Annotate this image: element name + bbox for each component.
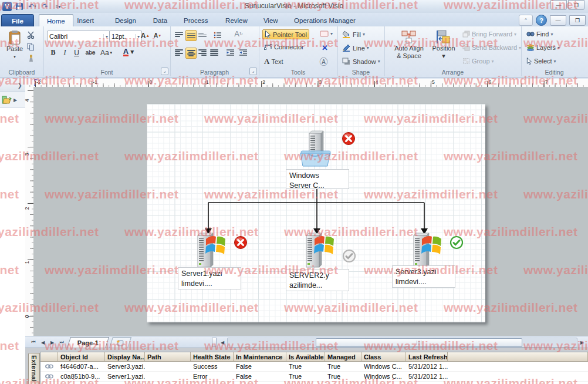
align-top-button[interactable] (174, 30, 184, 40)
table-cell[interactable]: f4646d07-a... (58, 363, 105, 370)
tab-operations-manager[interactable]: Operations Manager (286, 14, 363, 26)
font-color-button[interactable]: A ▾ (120, 46, 137, 56)
column-header-in-maintenance[interactable]: In Maintenance (234, 352, 286, 361)
copy-button[interactable] (26, 42, 36, 52)
decrease-indent-button[interactable] (225, 48, 235, 58)
table-cell[interactable]: Windows C... (361, 363, 406, 370)
last-page-button[interactable]: ⏭ (57, 338, 66, 347)
change-case-button[interactable]: Aa▾ (99, 48, 114, 58)
tab-insert[interactable]: Insert (69, 14, 102, 26)
prev-page-button[interactable]: ◀ (38, 338, 48, 347)
increase-indent-button[interactable] (238, 48, 248, 58)
format-painter-button[interactable] (26, 53, 36, 63)
select-button[interactable]: Select▾ (525, 57, 558, 65)
italic-button[interactable]: I (60, 48, 70, 58)
connection-point-tool-button[interactable]: ✕ (320, 43, 330, 53)
column-header-path[interactable]: Path (145, 352, 191, 361)
find-button[interactable]: Find▾ (525, 30, 555, 38)
text-direction-button[interactable]: A↻ (234, 29, 244, 39)
text-block-tool-button[interactable]: Ⓐ (319, 56, 329, 66)
table-cell[interactable]: Server3.yazi... (105, 363, 145, 370)
server2-label[interactable]: SERVER2.y azilimde... (286, 269, 349, 291)
minimize-button[interactable]: — (550, 0, 567, 10)
strikethrough-button[interactable]: abe (83, 48, 97, 58)
pane-splitter-handle[interactable] (212, 338, 217, 347)
rectangle-tool-button[interactable]: ▾ (318, 30, 334, 38)
font-size-combo[interactable]: 12pt.▾ (109, 31, 142, 42)
tab-view[interactable]: View (256, 14, 286, 26)
tab-data[interactable]: Data (146, 14, 175, 26)
scroll-right-button[interactable]: ▶ (577, 338, 587, 347)
scroll-left-button[interactable]: ◀ (218, 338, 227, 347)
bullets-button[interactable] (212, 30, 222, 40)
column-header-last-refresh[interactable]: Last Refresh (406, 352, 448, 361)
line-button[interactable]: Line▾ (340, 43, 371, 52)
hscroll-track[interactable] (227, 338, 577, 348)
next-page-button[interactable]: ▶ (48, 338, 57, 347)
shadow-button[interactable]: Shadow▾ (340, 57, 382, 66)
table-cell[interactable]: False (234, 373, 286, 380)
table-cell[interactable]: True (286, 373, 325, 380)
table-cell[interactable]: Error (191, 373, 234, 380)
root-node-label[interactable]: Windows Server C... (286, 169, 349, 189)
font-name-combo[interactable]: Calibri▾ (47, 31, 110, 42)
font-dialog-launcher[interactable]: ⌟ (161, 68, 168, 75)
align-bottom-button[interactable] (197, 30, 207, 40)
table-cell[interactable]: True (325, 373, 361, 380)
table-row[interactable]: c0a851b0-9...Server1.yazi...ErrorFalseTr… (40, 372, 588, 382)
root-server-shape[interactable] (296, 129, 334, 169)
doc-minimize-button[interactable]: — (550, 15, 566, 26)
paste-button[interactable]: Paste▾ (3, 29, 26, 62)
table-cell[interactable]: 5/31/2012 1... (406, 373, 448, 380)
table-cell[interactable]: Success (191, 363, 234, 370)
server2-shape[interactable] (298, 232, 336, 272)
server3-label[interactable]: Server3.yazi limdevi.... (392, 265, 455, 288)
expand-shapes-button[interactable]: ❯ (0, 79, 25, 92)
cut-button[interactable] (26, 30, 36, 40)
table-cell[interactable]: True (325, 363, 361, 370)
table-row[interactable]: f4646d07-a...Server3.yazi...SuccessFalse… (40, 362, 588, 372)
tab-home[interactable]: Home (39, 14, 73, 27)
restore-button[interactable]: ❐ (568, 0, 584, 10)
first-page-button[interactable]: ⏮ (29, 338, 38, 347)
align-middle-button[interactable] (185, 30, 197, 41)
position-button[interactable]: Position ▾ (427, 28, 461, 61)
help-button[interactable]: ? (536, 15, 547, 26)
shrink-font-button[interactable]: A▼ (153, 31, 163, 41)
server1-label[interactable]: Server1.yazi limdevi.... (178, 267, 241, 289)
tab-file[interactable]: File (1, 14, 34, 28)
auto-align-space-button[interactable]: Auto Align & Space (389, 28, 429, 61)
column-header-is-available[interactable]: Is Available (286, 352, 325, 361)
minimize-ribbon-button[interactable]: ⌃ (519, 15, 533, 26)
server1-shape[interactable] (190, 232, 227, 272)
hscroll-thumb[interactable] (316, 338, 522, 347)
table-cell[interactable]: 5/31/2012 1... (406, 363, 448, 370)
table-cell[interactable]: Windows C... (361, 373, 406, 380)
justify-button[interactable] (209, 48, 219, 58)
column-header-managed[interactable]: Managed (325, 352, 361, 361)
bold-button[interactable]: B (48, 48, 58, 58)
tab-review[interactable]: Review (218, 14, 255, 26)
horizontal-ruler[interactable]: -2-101234567 (25, 79, 588, 87)
table-cell[interactable]: Server1.yazi... (105, 373, 145, 380)
bring-forward-button[interactable]: Bring Forward▾ (461, 30, 518, 38)
grow-font-button[interactable]: A▲ (140, 31, 150, 41)
drawing-page[interactable]: Windows Server C... Server1.yazi limdevi… (147, 104, 485, 322)
table-cell[interactable]: True (286, 363, 325, 370)
column-header-object-id[interactable]: Object Id (58, 352, 105, 361)
doc-restore-button[interactable]: ❐ (569, 15, 586, 26)
align-left-button[interactable] (174, 48, 184, 58)
drawing-canvas[interactable]: Windows Server C... Server1.yazi limdevi… (33, 87, 588, 336)
align-center-button[interactable] (185, 48, 197, 59)
table-cell[interactable]: c0a851b0-9... (58, 373, 105, 380)
page-tab[interactable]: Page-1 (67, 337, 109, 348)
external-data-tab[interactable]: External (28, 353, 40, 384)
column-header-display-na-[interactable]: Display Na... (105, 352, 145, 361)
column-header-health-state[interactable]: Health State (191, 352, 234, 361)
send-backward-button[interactable]: Send Backward▾ (461, 43, 523, 52)
vertical-ruler[interactable]: 43210 (25, 87, 34, 336)
tab-design[interactable]: Design (107, 14, 144, 26)
more-shapes-button[interactable]: ▶ (0, 92, 25, 108)
layers-button[interactable]: Layers▾ (525, 43, 562, 52)
fill-button[interactable]: Fill▾ (340, 30, 367, 39)
